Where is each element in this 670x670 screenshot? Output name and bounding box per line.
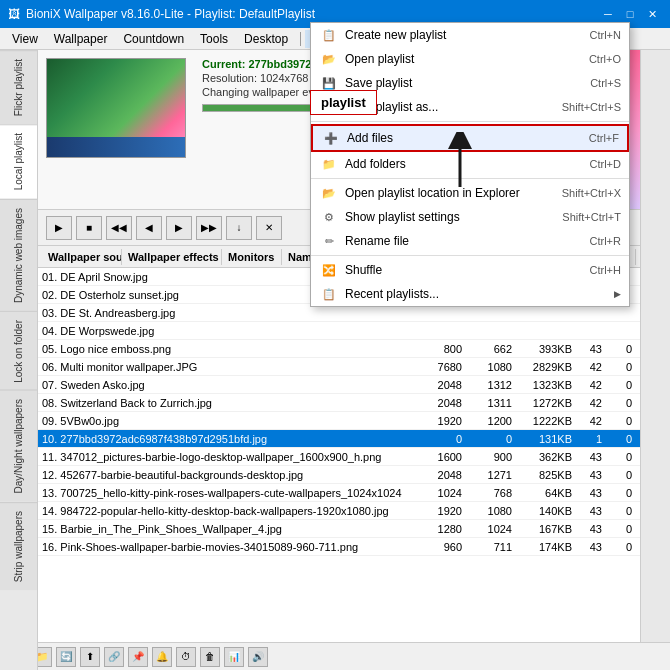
maximize-button[interactable]: □ [620, 4, 640, 24]
next-next-button[interactable]: ▶▶ [196, 216, 222, 240]
menu-view[interactable]: View [4, 30, 46, 48]
menu-item-add-folders[interactable]: 📁 Add folders Ctrl+D [311, 152, 629, 176]
download-button[interactable]: ↓ [226, 216, 252, 240]
file-row[interactable]: 16. Pink-Shoes-wallpaper-barbie-movies-3… [38, 538, 640, 556]
status-icon-9[interactable]: 📊 [224, 647, 244, 667]
menu-item-save-as[interactable]: 💾 Save playlist as... Shift+Ctrl+S [311, 95, 629, 119]
file-pl: 42 [576, 415, 606, 427]
progress-fill [203, 105, 325, 111]
save-icon: 💾 [319, 75, 339, 91]
prev-prev-button[interactable]: ◀◀ [106, 216, 132, 240]
add-files-label: Add files [347, 131, 589, 145]
file-name: 09. 5VBw0o.jpg [42, 415, 416, 427]
status-icon-3[interactable]: ⬆ [80, 647, 100, 667]
file-pl: 43 [576, 505, 606, 517]
file-size: 825KB [516, 469, 576, 481]
rename-shortcut: Ctrl+R [590, 235, 621, 247]
file-pl: 1 [576, 433, 606, 445]
file-row[interactable]: 06. Multi monitor wallpaper.JPG 7680 108… [38, 358, 640, 376]
status-icon-8[interactable]: 🗑 [200, 647, 220, 667]
file-row[interactable]: 04. DE Worpswede.jpg [38, 322, 640, 340]
file-row[interactable]: 05. Logo nice emboss.png 800 662 393KB 4… [38, 340, 640, 358]
add-files-shortcut: Ctrl+F [589, 132, 619, 144]
file-row[interactable]: 13. 700725_hello-kitty-pink-roses-wallpa… [38, 484, 640, 502]
status-icon-4[interactable]: 🔗 [104, 647, 124, 667]
minimize-button[interactable]: ─ [598, 4, 618, 24]
col-monitors-header[interactable]: Monitors [222, 249, 282, 265]
file-row[interactable]: 07. Sweden Asko.jpg 2048 1312 1323KB 42 … [38, 376, 640, 394]
file-size: 174KB [516, 541, 576, 553]
add-files-icon: ➕ [321, 130, 341, 146]
file-row[interactable]: 11. 347012_pictures-barbie-logo-desktop-… [38, 448, 640, 466]
open-location-icon: 📂 [319, 185, 339, 201]
file-row[interactable]: 14. 984722-popular-hello-kitty-desktop-b… [38, 502, 640, 520]
menu-separator [311, 255, 629, 256]
file-row[interactable]: 08. Switzerland Back to Zurrich.jpg 2048… [38, 394, 640, 412]
right-panel [640, 50, 670, 670]
file-h: 1080 [466, 505, 516, 517]
menu-item-open-location[interactable]: 📂 Open playlist location in Explorer Shi… [311, 181, 629, 205]
file-sh: 0 [606, 379, 636, 391]
menu-tools[interactable]: Tools [192, 30, 236, 48]
sidebar-item-strip[interactable]: Strip wallpapers [0, 502, 37, 590]
file-size: 1222KB [516, 415, 576, 427]
status-icon-5[interactable]: 📌 [128, 647, 148, 667]
shuffle-shortcut: Ctrl+H [590, 264, 621, 276]
status-icon-10[interactable]: 🔊 [248, 647, 268, 667]
menu-item-add-files[interactable]: ➕ Add files Ctrl+F [311, 124, 629, 152]
menu-desktop[interactable]: Desktop [236, 30, 296, 48]
file-row[interactable]: 09. 5VBw0o.jpg 1920 1200 1222KB 42 0 [38, 412, 640, 430]
sidebar-item-flickr[interactable]: Flickr playlist [0, 50, 37, 124]
file-row[interactable]: 10. 277bbd3972adc6987f438b97d2951bfd.jpg… [38, 430, 640, 448]
file-name: 08. Switzerland Back to Zurrich.jpg [42, 397, 416, 409]
file-h: 1311 [466, 397, 516, 409]
file-h: 1080 [466, 361, 516, 373]
status-icon-7[interactable]: ⏱ [176, 647, 196, 667]
file-h: 768 [466, 487, 516, 499]
file-sh: 0 [606, 487, 636, 499]
menu-wallpaper[interactable]: Wallpaper [46, 30, 116, 48]
sidebar-item-daynight[interactable]: Day/Night wallpapers [0, 390, 37, 502]
file-w: 1920 [416, 415, 466, 427]
stop-button[interactable]: ■ [76, 216, 102, 240]
menu-item-shuffle[interactable]: 🔀 Shuffle Ctrl+H [311, 258, 629, 282]
menu-item-recent[interactable]: 📋 Recent playlists... [311, 282, 629, 306]
title-bar-left: 🖼 BioniX Wallpaper v8.16.0-Lite - Playli… [8, 7, 315, 21]
sidebar-item-dynamic[interactable]: Dynamic web images [0, 199, 37, 311]
status-icon-6[interactable]: 🔔 [152, 647, 172, 667]
file-name: 03. DE St. Andreasberg.jpg [42, 307, 416, 319]
open-icon: 📂 [319, 51, 339, 67]
file-name: 04. DE Worpswede.jpg [42, 325, 416, 337]
file-row[interactable]: 12. 452677-barbie-beautiful-backgrounds-… [38, 466, 640, 484]
prev-button[interactable]: ◀ [136, 216, 162, 240]
file-pl: 43 [576, 343, 606, 355]
sidebar-item-lock[interactable]: Lock on folder [0, 311, 37, 391]
menu-item-save[interactable]: 💾 Save playlist Ctrl+S [311, 71, 629, 95]
save-as-icon: 💾 [319, 99, 339, 115]
status-icon-2[interactable]: 🔄 [56, 647, 76, 667]
col-effects-header[interactable]: Wallpaper effects [122, 249, 222, 265]
close-button[interactable]: ✕ [642, 4, 662, 24]
dropdown-menu[interactable]: 📋 Create new playlist Ctrl+N 📂 Open play… [310, 22, 630, 307]
save-as-shortcut: Shift+Ctrl+S [562, 101, 621, 113]
next-button[interactable]: ▶ [166, 216, 192, 240]
file-name: 16. Pink-Shoes-wallpaper-barbie-movies-3… [42, 541, 416, 553]
file-pl: 43 [576, 469, 606, 481]
menu-item-create[interactable]: 📋 Create new playlist Ctrl+N [311, 23, 629, 47]
sidebar-item-local[interactable]: Local playlist [0, 124, 37, 198]
remove-button[interactable]: ✕ [256, 216, 282, 240]
col-source-header[interactable]: Wallpaper source [42, 249, 122, 265]
menu-item-rename[interactable]: ✏ Rename file Ctrl+R [311, 229, 629, 253]
file-w: 1600 [416, 451, 466, 463]
open-label: Open playlist [345, 52, 589, 66]
file-name: 07. Sweden Asko.jpg [42, 379, 416, 391]
file-name: 14. 984722-popular-hello-kitty-desktop-b… [42, 505, 416, 517]
menu-item-open[interactable]: 📂 Open playlist Ctrl+O [311, 47, 629, 71]
rename-icon: ✏ [319, 233, 339, 249]
menu-countdown[interactable]: Countdown [115, 30, 192, 48]
file-h: 1312 [466, 379, 516, 391]
file-row[interactable]: 15. Barbie_in_The_Pink_Shoes_Wallpaper_4… [38, 520, 640, 538]
file-size: 64KB [516, 487, 576, 499]
play-button[interactable]: ▶ [46, 216, 72, 240]
menu-item-show-settings[interactable]: ⚙ Show playlist settings Shift+Ctrl+T [311, 205, 629, 229]
